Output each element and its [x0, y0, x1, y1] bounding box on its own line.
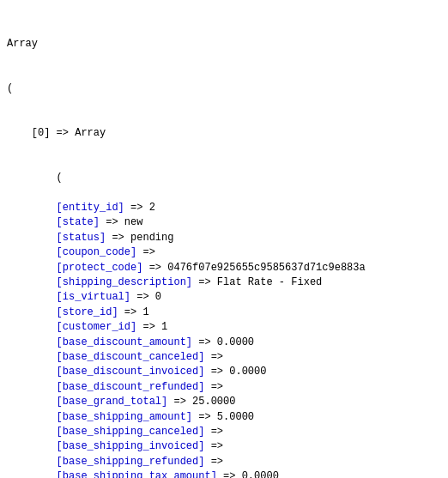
field-key: [protect_code]	[7, 262, 142, 274]
kv-line: [is_virtual] => 0	[7, 290, 441, 305]
kv-line: [base_discount_canceled] =>	[7, 350, 441, 365]
index-label: [0] => Array	[7, 127, 106, 139]
kv-line: [base_shipping_canceled] =>	[7, 425, 441, 439]
open-paren: (	[7, 82, 13, 94]
kv-line: [base_grand_total] => 25.0000	[7, 395, 441, 409]
field-value: 0476f07e925655c9585637d71c9e883a	[167, 262, 365, 274]
field-key: [state]	[7, 216, 100, 228]
kv-line: [base_shipping_invoiced] =>	[7, 439, 441, 454]
field-key: [base_shipping_amount]	[7, 411, 192, 423]
arrow: =>	[142, 262, 167, 274]
field-value: 5.0000	[217, 411, 254, 423]
line-open: (	[7, 82, 441, 96]
field-key: [shipping_description]	[7, 276, 192, 288]
kv-line: [base_discount_amount] => 0.0000	[7, 336, 441, 350]
kv-line: [store_id] => 1	[7, 306, 441, 320]
arrow: =>	[192, 276, 217, 288]
field-value: 25.0000	[192, 396, 235, 408]
arrow: =>	[217, 470, 242, 478]
arrow: =>	[136, 321, 161, 333]
field-value: new	[124, 216, 143, 228]
field-key: [base_discount_refunded]	[7, 381, 204, 393]
field-value: 0.0000	[217, 336, 254, 348]
arrow: =>	[106, 232, 130, 244]
field-key: [base_shipping_refunded]	[7, 456, 204, 468]
arrow: =>	[204, 351, 229, 363]
kv-line: [customer_id] => 1	[7, 320, 441, 335]
field-key: [base_discount_amount]	[7, 336, 192, 348]
field-value: 1	[142, 306, 148, 318]
arrow: =>	[124, 202, 149, 214]
arrow: =>	[130, 291, 155, 303]
field-value: 0.0000	[229, 366, 266, 378]
field-key: [base_grand_total]	[7, 396, 167, 408]
kv-line: [base_shipping_tax_amount] => 0.0000	[7, 469, 441, 478]
arrow: =>	[192, 336, 217, 348]
arrow: =>	[118, 306, 143, 318]
field-key: [entity_id]	[7, 202, 124, 214]
field-key: [coupon_code]	[7, 246, 136, 258]
kv-line: [state] => new	[7, 215, 441, 230]
field-key: [base_shipping_canceled]	[7, 426, 204, 438]
arrow: =>	[204, 426, 229, 438]
line-array: Array	[7, 37, 441, 51]
field-value: 0	[155, 291, 161, 303]
field-key: [store_id]	[7, 306, 118, 318]
kv-line: [base_discount_invoiced] => 0.0000	[7, 365, 441, 379]
field-key: [base_discount_invoiced]	[7, 366, 204, 378]
kv-line: [coupon_code] =>	[7, 245, 441, 260]
field-value: Flat Rate - Fixed	[217, 276, 322, 288]
kv-line: [protect_code] => 0476f07e925655c9585637…	[7, 261, 441, 275]
arrow: =>	[192, 411, 217, 423]
kv-line: [base_shipping_refunded] =>	[7, 455, 441, 469]
kv-line: [base_shipping_amount] => 5.0000	[7, 410, 441, 425]
field-key: [is_virtual]	[7, 291, 130, 303]
arrow: =>	[204, 366, 229, 378]
kv-line: [status] => pending	[7, 231, 441, 245]
arrow: =>	[167, 396, 192, 408]
field-value: 0.0000	[242, 470, 279, 478]
arrow: =>	[136, 246, 161, 258]
arrow: =>	[204, 440, 229, 452]
field-value: 2	[149, 202, 155, 214]
array-dump: Array ( [0] => Array (	[7, 7, 441, 201]
arrow: =>	[204, 381, 229, 393]
line-index: [0] => Array	[7, 126, 441, 141]
field-key: [base_shipping_tax_amount]	[7, 470, 217, 478]
field-key: [base_shipping_invoiced]	[7, 440, 204, 452]
field-key: [customer_id]	[7, 321, 136, 333]
array-label: Array	[7, 38, 38, 50]
line-inner-open: (	[7, 171, 441, 185]
kv-line: [base_discount_refunded] =>	[7, 380, 441, 395]
key-value-container: [entity_id] => 2 [state] => new [status]…	[7, 201, 441, 478]
field-value: 1	[161, 321, 167, 333]
kv-line: [entity_id] => 2	[7, 201, 441, 215]
field-value: pending	[130, 232, 173, 244]
arrow: =>	[204, 456, 229, 468]
kv-line: [shipping_description] => Flat Rate - Fi…	[7, 275, 441, 290]
arrow: =>	[100, 216, 124, 228]
field-key: [status]	[7, 232, 106, 244]
field-key: [base_discount_canceled]	[7, 351, 204, 363]
